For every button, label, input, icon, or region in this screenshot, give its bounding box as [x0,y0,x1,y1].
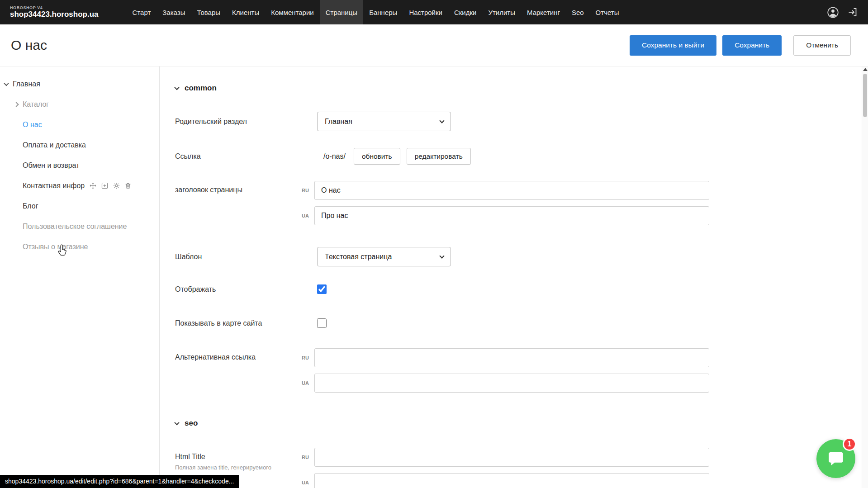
link-label: Ссылка [175,152,317,161]
top-bar: HOROSHOP V4 shop34423.horoshop.ua Старт … [0,0,868,24]
display-label: Отображать [175,285,317,294]
page-title-ru-input[interactable] [314,181,709,200]
sitemap-checkbox[interactable] [317,318,327,328]
nav-item-start[interactable]: Старт [127,0,157,24]
parent-section-select[interactable]: Главная [317,112,451,131]
lang-ru-badge: RU [302,355,314,360]
sidebar-item-label: Контактная инфор [23,182,85,190]
link-update-button[interactable]: обновить [354,148,400,165]
nav-item-settings[interactable]: Настройки [403,0,448,24]
sidebar-item-about[interactable]: О нас [0,114,159,135]
lang-ua-badge: UA [302,380,314,386]
page-title-label: заголовок страницы [175,186,302,194]
sidebar-item-label: Отзывы о магазине [23,243,88,251]
nav-item-comments[interactable]: Комментарии [265,0,319,24]
template-value: Текстовая страница [325,253,392,261]
nav-item-marketing[interactable]: Маркетинг [521,0,566,24]
sidebar-item-blog[interactable]: Блог [0,196,159,216]
scrollbar[interactable] [862,66,868,488]
pages-tree-sidebar: Главная Каталог О нас Оплата и доставка … [0,66,160,488]
html-title-ua-input[interactable] [314,473,709,488]
display-checkbox[interactable] [317,284,327,294]
page-header: О нас Сохранить и выйти Сохранить Отмени… [0,24,868,66]
sidebar-item-exchange-return[interactable]: Обмен и возврат [0,155,159,175]
chevron-down-icon [174,420,179,425]
logout-icon[interactable] [847,7,858,18]
section-common-header[interactable]: common [175,84,868,93]
section-common-label: common [185,84,217,93]
sidebar-item-payment-delivery[interactable]: Оплата и доставка [0,135,159,155]
brand-logo[interactable]: HOROSHOP V4 shop34423.horoshop.ua [10,6,99,18]
nav-item-utilities[interactable]: Утилиты [482,0,521,24]
lang-ru-badge: RU [302,455,314,460]
chevron-down-icon [174,85,179,90]
scroll-up-icon[interactable] [863,68,868,71]
drag-move-icon[interactable] [89,182,97,190]
gear-icon[interactable] [113,182,120,190]
sidebar-item-label: Каталог [23,100,49,109]
section-seo-header[interactable]: seo [175,419,868,428]
nav-item-discounts[interactable]: Скидки [448,0,482,24]
lang-ua-badge: UA [302,213,314,218]
html-title-hint: Полная замена title, генерируемого [175,464,293,471]
brand-domain: shop34423.horoshop.ua [10,10,99,19]
chevron-down-icon[interactable] [4,81,9,85]
link-edit-button[interactable]: редактировать [407,148,471,165]
section-seo-label: seo [185,419,198,428]
parent-section-value: Главная [325,118,352,126]
cancel-button[interactable]: Отменить [793,35,851,56]
chat-icon [826,449,845,468]
template-select[interactable]: Текстовая страница [317,247,451,266]
content-area: Главная Каталог О нас Оплата и доставка … [0,66,868,488]
nav-item-products[interactable]: Товары [191,0,226,24]
alt-link-ua-input[interactable] [314,374,709,393]
sidebar-item-label: Оплата и доставка [23,141,86,149]
main-nav: Старт Заказы Товары Клиенты Комментарии … [127,0,625,24]
save-button[interactable]: Сохранить [722,35,782,56]
user-account-icon[interactable] [827,6,839,19]
sidebar-item-catalog[interactable]: Каталог [0,94,159,114]
chat-button[interactable]: 1 [816,439,855,478]
sidebar-item-store-reviews[interactable]: Отзывы о магазине [0,237,159,257]
parent-section-label: Родительский раздел [175,118,317,126]
save-and-exit-button[interactable]: Сохранить и выйти [630,35,716,56]
nav-item-banners[interactable]: Баннеры [363,0,403,24]
chevron-down-icon [439,253,444,258]
link-path-value: /o-nas/ [323,152,346,161]
chat-unread-badge: 1 [843,437,856,451]
page-title-ua-input[interactable] [314,206,709,225]
template-label: Шаблон [175,253,317,261]
chevron-right-icon[interactable] [14,102,19,107]
sidebar-item-user-agreement[interactable]: Пользовательское соглашение [0,216,159,237]
page-edit-form: common Родительский раздел Главная Ссылк… [160,66,868,488]
alt-link-ru-input[interactable] [314,348,709,367]
sidebar-item-label: Главная [13,80,40,88]
sidebar-item-label: Обмен и возврат [23,161,79,170]
trash-icon[interactable] [124,182,132,190]
sitemap-label: Показывать в карте сайта [175,319,317,327]
sidebar-item-home[interactable]: Главная [0,74,159,94]
nav-item-pages[interactable]: Страницы [320,0,363,24]
alt-link-label: Альтернативная ссылка [175,353,302,361]
lang-ua-badge: UA [302,480,314,485]
scrollbar-thumb[interactable] [863,74,867,117]
sidebar-item-contact-info[interactable]: Контактная инфор [0,175,159,196]
chevron-down-icon [439,118,444,123]
nav-item-orders[interactable]: Заказы [157,0,191,24]
nav-item-clients[interactable]: Клиенты [226,0,265,24]
html-title-ru-input[interactable] [314,448,709,467]
sidebar-item-label: Блог [23,202,38,210]
html-title-label: Html Title [175,453,302,461]
page-title: О нас [11,38,47,53]
nav-item-reports[interactable]: Отчеты [590,0,625,24]
lang-ru-badge: RU [302,188,314,193]
nav-item-seo[interactable]: Seo [566,0,590,24]
sidebar-item-label: О нас [23,121,42,129]
sidebar-item-label: Пользовательское соглашение [23,223,127,231]
add-page-icon[interactable] [101,182,109,190]
status-url: shop34423.horoshop.ua/edit/edit.php?id=6… [0,475,239,488]
